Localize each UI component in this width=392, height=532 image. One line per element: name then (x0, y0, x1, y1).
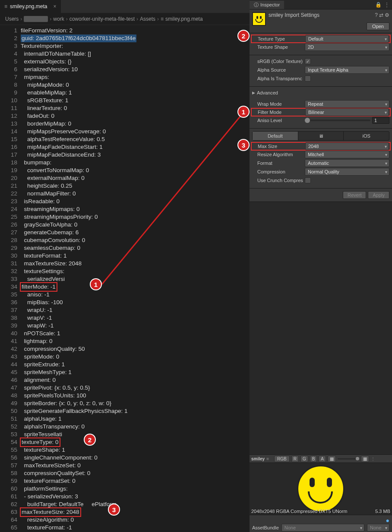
mip-end-icon[interactable]: ▦ (361, 456, 369, 462)
asset-bundle-variant-dropdown[interactable]: None▾ (367, 524, 389, 532)
annotation-circle-2: 2 (84, 434, 96, 446)
aniso-label: Aniso Level (252, 118, 305, 123)
platform-tab-standalone[interactable]: 🖥 (298, 132, 344, 140)
max-size-row: Max Size 2048▾ (251, 142, 391, 151)
menu-icon[interactable]: ⋮ (371, 456, 375, 461)
texture-type-label: Texture Type (253, 36, 305, 41)
texture-shape-label: Texture Shape (252, 44, 305, 50)
asset-title: smiley Import Settings (269, 12, 319, 18)
preview-info-right: 5.3 MB (375, 509, 390, 514)
crumb[interactable]: work (53, 16, 64, 22)
format-label: Format (252, 161, 305, 166)
texture-type-section: Texture Type Default▾ Texture Shape 2D▾ … (250, 33, 392, 55)
annotation-circle-2-insp: 2 (237, 30, 250, 42)
filter-mode-dropdown[interactable]: Bilinear▾ (305, 108, 389, 116)
alpha-source-dropdown[interactable]: Input Texture Alpha▾ (305, 66, 389, 74)
b-button[interactable]: B (310, 456, 317, 462)
crunch-checkbox[interactable] (305, 177, 311, 183)
open-button[interactable]: Open (367, 22, 389, 30)
crumb[interactable]: smiley.png.meta (165, 16, 202, 22)
annotation-circle-3-insp: 3 (237, 139, 250, 151)
code-content[interactable]: fileFormatVersion: 2guid: 2ad0765b17f624… (21, 25, 250, 532)
inspector-tab[interactable]: ⓘ Inspector (250, 0, 284, 9)
platform-tab-ios[interactable]: iOS (344, 132, 389, 140)
a-button[interactable]: A (319, 456, 326, 462)
crumb[interactable]: Users (5, 16, 19, 22)
menu-icon[interactable]: ⋮ (384, 2, 389, 8)
resize-algo-label: Resize Algorithm (252, 152, 305, 157)
crumb-redacted (24, 16, 48, 22)
inspector-footer: Revert Apply (250, 189, 392, 202)
alpha-source-label: Alpha Source (252, 67, 305, 72)
tab-title: smiley.png.meta (10, 3, 47, 9)
wrap-mode-dropdown[interactable]: Repeat▾ (305, 100, 389, 108)
filter-mode-label: Filter Mode (253, 110, 305, 115)
drag-handle-icon[interactable]: ≡ (266, 456, 269, 461)
alpha-trans-label: Alpha Is Transparenc (252, 76, 305, 81)
crumb[interactable]: coworker-unity-meta-file-test (70, 16, 135, 22)
apply-button[interactable]: Apply (368, 191, 389, 199)
asset-bundle-bar: ● AssetBundle None▾ None▾ (250, 515, 392, 532)
max-size-dropdown[interactable]: 2048▾ (305, 142, 389, 150)
mip-icon[interactable]: ▦ (328, 456, 336, 462)
rgb-button[interactable]: RGB (274, 456, 290, 462)
compression-dropdown[interactable]: Normal Quality▾ (305, 168, 389, 176)
asset-thumbnail-icon (252, 12, 266, 26)
preview-name: smiley (251, 456, 265, 461)
gear-icon[interactable]: ⚙ (385, 12, 389, 18)
info-icon: ⓘ (254, 2, 259, 8)
asset-bundle-dropdown[interactable]: None▾ (281, 524, 364, 532)
annotation-circle-1: 1 (90, 278, 102, 290)
monitor-icon: 🖥 (319, 133, 323, 139)
format-dropdown[interactable]: Automatic▾ (305, 159, 389, 167)
aniso-input[interactable] (372, 117, 389, 124)
texture-type-dropdown[interactable]: Default▾ (305, 35, 389, 43)
wrap-mode-label: Wrap Mode (252, 101, 305, 107)
fold-icon[interactable]: ▶ (252, 91, 255, 95)
file-icon: ≡ (4, 3, 7, 9)
preview-toolbar: smiley ≡ RGB R G B A ▦ ▦ ⋮ (250, 454, 392, 463)
compression-label: Compression (252, 169, 305, 174)
inspector-header: smiley Import Settings ? ⇄ ⚙ Open (250, 9, 392, 33)
smiley-preview-icon (297, 465, 345, 513)
texture-type-row: Texture Type Default▾ (251, 35, 391, 43)
preset-icon[interactable]: ⇄ (379, 12, 383, 18)
preview-info-left: 2048x2048 RGBA Compressed DXT5 UNorm (251, 509, 348, 514)
aniso-slider[interactable] (305, 117, 389, 124)
crumb[interactable]: Assets (140, 16, 155, 22)
g-button[interactable]: G (300, 456, 308, 462)
filter-mode-row: Filter Mode Bilinear▾ (251, 108, 391, 116)
inspector-tab-label: Inspector (260, 2, 280, 7)
preview-area: smiley ≡ RGB R G B A ▦ ▦ ⋮ 2048x2048 RGB… (250, 202, 392, 532)
platform-tab-default[interactable]: Default (253, 132, 298, 140)
annotation-circle-1-insp: 1 (237, 106, 250, 118)
code-area[interactable]: 1234567891011121314151617181920212223242… (0, 25, 250, 532)
wrap-section: ▶ Advanced Wrap Mode Repeat▾ Filter Mode… (250, 87, 392, 129)
close-icon[interactable]: × (54, 3, 57, 9)
alpha-section: sRGB (Color Texture) ✓ Alpha Source Inpu… (250, 55, 392, 87)
lock-icon[interactable]: 🔒 (375, 2, 382, 8)
revert-button[interactable]: Revert (343, 191, 366, 199)
alpha-trans-checkbox[interactable] (305, 76, 311, 82)
advanced-label[interactable]: Advanced (257, 90, 278, 95)
texture-shape-dropdown[interactable]: 2D▾ (305, 43, 389, 51)
mip-slider[interactable] (338, 458, 359, 460)
line-gutter: 1234567891011121314151617181920212223242… (0, 25, 21, 532)
help-icon[interactable]: ? (375, 12, 378, 18)
asset-bundle-label: AssetBundle (252, 525, 279, 530)
cloud-icon[interactable]: ● (386, 517, 389, 524)
crunch-label: Use Crunch Compres (252, 178, 305, 183)
r-button[interactable]: R (291, 456, 299, 462)
editor-tab-bar: ≡ smiley.png.meta × (0, 0, 250, 13)
editor-tab[interactable]: ≡ smiley.png.meta × (0, 0, 61, 13)
preview-image: 2048x2048 RGBA Compressed DXT5 UNorm 5.3… (250, 463, 392, 515)
editor-pane: ≡ smiley.png.meta × Users› › work› cowor… (0, 0, 250, 532)
platform-section: Default 🖥 iOS Max Size 2048▾ Resize Algo… (250, 129, 392, 189)
inspector-pane: ⓘ Inspector 🔒 ⋮ smiley Import Settings ?… (250, 0, 392, 532)
srgb-checkbox[interactable]: ✓ (305, 58, 311, 64)
platform-tabs: Default 🖥 iOS (252, 131, 389, 141)
max-size-label: Max Size (253, 144, 305, 149)
resize-algo-dropdown[interactable]: Mitchell▾ (305, 151, 389, 158)
breadcrumb: Users› › work› coworker-unity-meta-file-… (0, 13, 250, 25)
inspector-tab-bar: ⓘ Inspector 🔒 ⋮ (250, 0, 392, 9)
